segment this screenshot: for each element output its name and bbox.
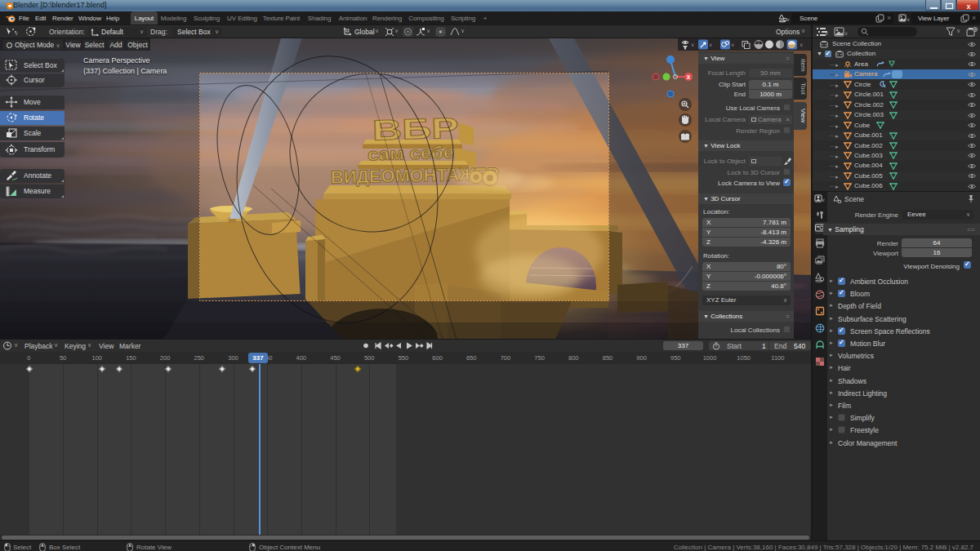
svg-text:∨: ∨ <box>786 17 790 22</box>
svg-text:x: x <box>966 2 970 11</box>
svg-text:∨: ∨ <box>15 31 18 36</box>
svg-text:ВБР: ВБР <box>372 111 459 145</box>
svg-text:∨: ∨ <box>822 198 825 202</box>
svg-text:∨: ∨ <box>906 17 910 22</box>
svg-text:∨: ∨ <box>709 42 712 47</box>
svg-text:∨: ∨ <box>731 42 734 47</box>
svg-text:∨: ∨ <box>844 31 848 36</box>
svg-text:∨: ∨ <box>825 31 828 36</box>
svg-text:∨: ∨ <box>691 42 694 47</box>
svg-text:X: X <box>687 74 691 80</box>
svg-text:∨: ∨ <box>800 42 803 47</box>
svg-text:сам себе: сам себе <box>368 143 455 164</box>
